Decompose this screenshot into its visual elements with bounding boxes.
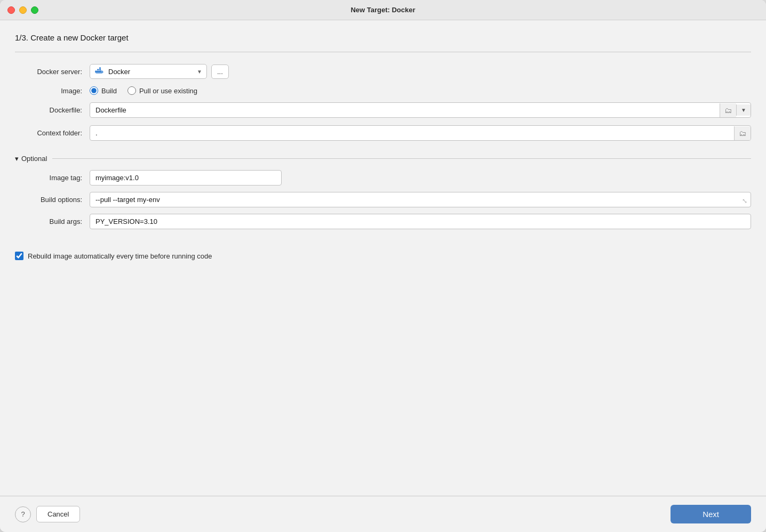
build-radio-label: Build bbox=[101, 87, 117, 95]
help-button[interactable]: ? bbox=[15, 506, 31, 522]
build-options-label: Build options: bbox=[26, 196, 90, 204]
chevron-down-icon: ▾ bbox=[15, 155, 19, 163]
build-args-row: Build args: bbox=[26, 214, 751, 229]
docker-server-select[interactable]: Docker ▼ bbox=[90, 64, 207, 79]
image-tag-label: Image tag: bbox=[26, 174, 90, 182]
dockerfile-label: Dockerfile: bbox=[15, 106, 90, 114]
optional-section: ▾ Optional Image tag: Build options: ⤡ bbox=[15, 155, 751, 236]
traffic-lights bbox=[7, 6, 38, 14]
optional-label: Optional bbox=[21, 155, 47, 163]
minimize-button[interactable] bbox=[19, 6, 27, 14]
dockerfile-row: Dockerfile: 🗂 ▼ bbox=[15, 102, 751, 118]
rebuild-checkbox[interactable] bbox=[15, 252, 23, 260]
optional-header: ▾ Optional bbox=[15, 155, 751, 163]
maximize-button[interactable] bbox=[31, 6, 38, 14]
server-controls: Docker ▼ ... bbox=[90, 64, 229, 79]
dockerfile-input-wrapper: 🗂 ▼ bbox=[90, 102, 751, 118]
footer-left: ? Cancel bbox=[15, 506, 80, 522]
image-radio-group: Build Pull or use existing bbox=[90, 86, 197, 95]
footer: ? Cancel Next bbox=[0, 496, 766, 532]
image-row: Image: Build Pull or use existing bbox=[15, 86, 751, 95]
context-folder-icon[interactable]: 🗂 bbox=[734, 126, 751, 140]
ellipsis-button[interactable]: ... bbox=[211, 65, 229, 79]
next-button[interactable]: Next bbox=[671, 505, 751, 523]
optional-form: Image tag: Build options: ⤡ Build args: bbox=[15, 170, 751, 229]
build-options-wrapper: ⤡ bbox=[90, 192, 751, 207]
window-title: New Target: Docker bbox=[350, 6, 415, 14]
svg-rect-5 bbox=[99, 68, 101, 69]
rebuild-checkbox-row: Rebuild image automatically every time b… bbox=[15, 252, 751, 260]
content-area: 1/3. Create a new Docker target Docker s… bbox=[0, 20, 766, 496]
build-args-input[interactable] bbox=[90, 214, 751, 229]
image-tag-input[interactable] bbox=[90, 170, 282, 186]
dockerfile-dropdown-btn[interactable]: ▼ bbox=[736, 104, 751, 116]
context-folder-input[interactable] bbox=[90, 126, 734, 140]
docker-server-text: Docker bbox=[108, 68, 193, 76]
pull-radio-option[interactable]: Pull or use existing bbox=[127, 86, 197, 95]
build-radio-option[interactable]: Build bbox=[90, 86, 117, 95]
image-label: Image: bbox=[15, 87, 90, 95]
svg-rect-3 bbox=[97, 69, 99, 70]
titlebar: New Target: Docker bbox=[0, 0, 766, 20]
pull-radio-input[interactable] bbox=[127, 86, 136, 95]
docker-server-row: Docker server: Docker bbox=[15, 64, 751, 79]
rebuild-checkbox-label: Rebuild image automatically every time b… bbox=[28, 252, 212, 260]
title-divider bbox=[15, 52, 751, 52]
select-arrow-icon: ▼ bbox=[197, 69, 202, 75]
close-button[interactable] bbox=[7, 6, 15, 14]
docker-server-label: Docker server: bbox=[15, 68, 90, 76]
pull-radio-label: Pull or use existing bbox=[139, 87, 197, 95]
context-folder-input-wrapper: 🗂 bbox=[90, 125, 751, 141]
cancel-button[interactable]: Cancel bbox=[36, 506, 80, 522]
build-radio-input[interactable] bbox=[90, 86, 98, 95]
build-options-input[interactable] bbox=[90, 192, 739, 207]
build-args-label: Build args: bbox=[26, 217, 90, 225]
context-folder-label: Context folder: bbox=[15, 129, 90, 137]
image-tag-row: Image tag: bbox=[26, 170, 751, 186]
optional-divider bbox=[52, 158, 751, 159]
main-window: New Target: Docker 1/3. Create a new Doc… bbox=[0, 0, 766, 532]
dockerfile-folder-icon[interactable]: 🗂 bbox=[720, 103, 736, 117]
context-folder-row: Context folder: 🗂 bbox=[15, 125, 751, 141]
docker-icon bbox=[94, 67, 104, 76]
expand-icon[interactable]: ⤡ bbox=[739, 192, 751, 207]
dockerfile-input[interactable] bbox=[90, 103, 720, 117]
step-title: 1/3. Create a new Docker target bbox=[15, 33, 751, 42]
form-section: Docker server: Docker bbox=[15, 64, 751, 148]
build-options-row: Build options: ⤡ bbox=[26, 192, 751, 207]
optional-toggle[interactable]: ▾ Optional bbox=[15, 155, 47, 163]
